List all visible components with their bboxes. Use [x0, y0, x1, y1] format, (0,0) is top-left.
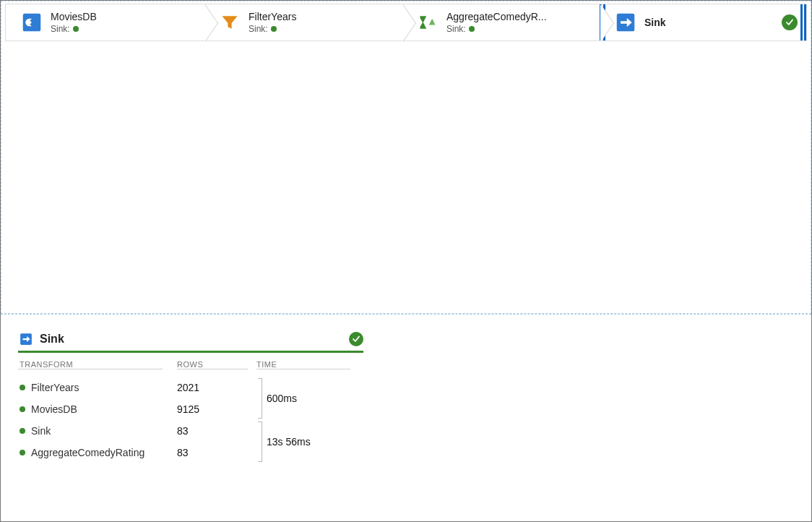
col-header-time: TIME	[256, 360, 350, 369]
table-row: Sink 83	[18, 420, 363, 442]
col-header-rows: ROWS	[177, 360, 248, 369]
row-count: 9125	[177, 403, 256, 415]
source-icon	[22, 12, 42, 33]
dataflow-canvas[interactable]: MoviesDB Sink: FilterYears Sink:	[1, 1, 811, 315]
row-count: 83	[177, 447, 256, 458]
status-dot-icon	[469, 26, 475, 32]
node-moviesdb[interactable]: MoviesDB Sink:	[5, 4, 217, 41]
node-title: MoviesDB	[51, 10, 204, 23]
panel-resize-handle[interactable]	[605, 312, 623, 315]
node-aggregate[interactable]: AggregateComedyR... Sink:	[402, 4, 613, 41]
status-dot-icon	[20, 428, 25, 434]
col-header-transform: TRANSFORM	[18, 360, 163, 369]
table-row: AggregateComedyRating 83	[18, 442, 363, 463]
status-dot-icon	[20, 406, 25, 412]
table-body: FilterYears 2021 MoviesDB 9125 Sink 83 A…	[18, 377, 363, 463]
details-title: Sink	[40, 333, 342, 346]
sink-icon	[20, 333, 33, 346]
transform-name: AggregateComedyRating	[31, 447, 144, 458]
success-check-icon	[782, 14, 798, 30]
filter-icon	[220, 12, 240, 33]
node-filteryears[interactable]: FilterYears Sink:	[204, 4, 415, 41]
status-dot-icon	[271, 26, 277, 32]
time-value: 13s 56ms	[267, 436, 311, 448]
node-title: Sink	[644, 16, 782, 29]
time-bracket-icon	[258, 378, 262, 419]
transform-name: Sink	[31, 425, 51, 437]
stage-stats-table: TRANSFORM ROWS TIME FilterYears 2021 Mov…	[18, 360, 363, 463]
row-count: 2021	[177, 382, 256, 393]
aggregate-icon	[418, 12, 438, 33]
transform-name: MoviesDB	[31, 403, 77, 415]
status-dot-icon	[73, 26, 79, 32]
details-header: Sink	[18, 332, 363, 353]
node-title: AggregateComedyR...	[446, 10, 600, 23]
status-dot-icon	[20, 450, 25, 455]
table-row: FilterYears 2021	[18, 377, 363, 398]
dataflow-monitor: MoviesDB Sink: FilterYears Sink:	[0, 0, 812, 522]
node-subtitle: Sink:	[446, 23, 600, 35]
time-bracket-icon	[258, 422, 262, 462]
status-dot-icon	[20, 385, 25, 390]
time-value: 600ms	[267, 393, 297, 404]
table-header: TRANSFORM ROWS TIME	[18, 360, 363, 372]
selection-indicator-right	[800, 4, 806, 40]
row-count: 83	[177, 425, 256, 437]
table-row: MoviesDB 9125	[18, 398, 363, 420]
pipeline-row: MoviesDB Sink: FilterYears Sink:	[5, 4, 807, 41]
success-check-icon	[349, 332, 363, 346]
node-subtitle: Sink:	[51, 23, 204, 35]
details-panel: Sink TRANSFORM ROWS TIME FilterYears 202…	[1, 315, 811, 521]
transform-name: FilterYears	[31, 382, 79, 393]
node-sink[interactable]: Sink	[600, 4, 807, 41]
node-title: FilterYears	[249, 10, 402, 23]
sink-icon	[616, 12, 636, 33]
node-subtitle: Sink:	[249, 23, 402, 35]
